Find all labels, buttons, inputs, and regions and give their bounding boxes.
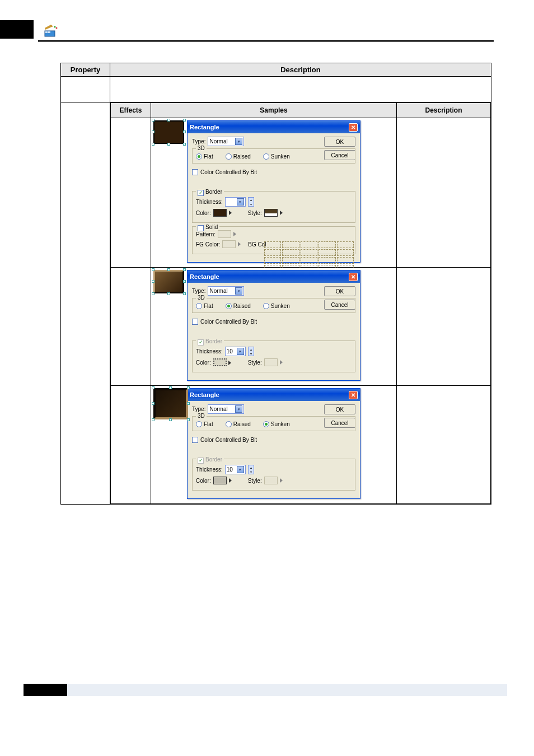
preview-raised — [153, 270, 184, 293]
checkbox-border[interactable] — [198, 190, 204, 196]
effects-cell-2 — [111, 268, 151, 386]
ok-button[interactable]: OK — [324, 137, 355, 147]
sample-cell-3: Rectangle ✕ OK Cancel Type: — [151, 386, 397, 504]
desc-cell-spacer — [110, 77, 491, 102]
radio-sunken[interactable]: Sunken — [263, 303, 290, 309]
chevron-down-icon[interactable]: ▾ — [235, 287, 242, 295]
radio-sunken-label: Sunken — [271, 421, 290, 427]
color-by-bit-label: Color Controlled By Bit — [200, 319, 257, 325]
fgcolor-swatch[interactable] — [222, 240, 236, 248]
fgcolor-label: FG Color: — [196, 241, 220, 248]
style-swatch[interactable] — [264, 477, 278, 484]
type-label: Type: — [192, 288, 205, 294]
type-value: Normal — [209, 138, 235, 144]
preview-sunken — [153, 388, 188, 419]
radio-sunken-label: Sunken — [271, 153, 290, 160]
thickness-label: Thickness: — [196, 466, 223, 473]
sample-cell-2: Rectangle ✕ OK Cancel Type: — [151, 268, 397, 386]
preview-flat — [153, 120, 184, 144]
color-label: Color: — [196, 210, 211, 216]
style-label: Style: — [248, 360, 262, 366]
radio-flat[interactable]: Flat — [196, 153, 213, 160]
side-black-bar — [0, 20, 34, 39]
thickness-label: Thickness: — [196, 348, 223, 354]
footer-gray-bar — [67, 684, 507, 696]
outer-table: Property Description Effects Samples Des… — [60, 63, 491, 505]
checkbox-border — [198, 458, 204, 464]
border-label: Border — [205, 338, 222, 344]
pattern-swatch[interactable] — [218, 230, 231, 238]
type-combo[interactable]: Normal ▾ — [208, 404, 244, 414]
thickness-combo[interactable]: 10 ▾ — [225, 347, 246, 356]
radio-sunken-label: Sunken — [271, 303, 290, 309]
prop-cell — [61, 102, 110, 505]
chevron-down-icon[interactable]: ▾ — [235, 405, 242, 413]
radio-sunken[interactable]: Sunken — [263, 421, 290, 427]
sample-cell-1: Rectangle ✕ OK Cancel Type: — [151, 118, 397, 268]
type-label: Type: — [192, 138, 205, 144]
legend-3d: 3D — [196, 145, 207, 151]
type-value: Normal — [209, 288, 235, 294]
checkbox-color-by-bit[interactable]: Color Controlled By Bit — [192, 169, 257, 175]
legend-border: Border — [196, 455, 224, 464]
thickness-combo[interactable]: 10 ▾ — [225, 465, 246, 474]
col-effects: Effects — [111, 103, 151, 118]
radio-flat[interactable]: Flat — [196, 421, 213, 427]
color-label: Color: — [196, 478, 211, 484]
border-label: Border — [205, 456, 222, 463]
svg-rect-2 — [48, 31, 50, 33]
chevron-down-icon[interactable]: ▾ — [235, 138, 242, 145]
checkbox-color-by-bit[interactable]: Color Controlled By Bit — [192, 437, 257, 443]
checkbox-solid[interactable] — [198, 225, 204, 231]
close-icon[interactable]: ✕ — [349, 123, 358, 132]
checkbox-border — [198, 339, 204, 346]
radio-raised[interactable]: Raised — [226, 153, 251, 160]
dialog-title: Rectangle — [190, 391, 219, 398]
chevron-down-icon[interactable]: ▾ — [237, 348, 244, 355]
thickness-combo[interactable]: ▾ — [225, 197, 246, 207]
style-swatch[interactable] — [264, 209, 278, 217]
color-swatch[interactable] — [213, 477, 227, 484]
type-label: Type: — [192, 406, 205, 412]
desc-cell-2 — [397, 268, 491, 386]
radio-raised[interactable]: Raised — [226, 303, 251, 309]
type-combo[interactable]: Normal ▾ — [208, 286, 244, 296]
radio-sunken[interactable]: Sunken — [263, 153, 290, 160]
checkbox-color-by-bit[interactable]: Color Controlled By Bit — [192, 319, 257, 325]
pattern-label: Pattern: — [196, 231, 216, 237]
color-swatch[interactable] — [213, 209, 227, 217]
color-swatch[interactable] — [213, 358, 227, 366]
close-icon[interactable]: ✕ — [349, 273, 358, 281]
radio-raised[interactable]: Raised — [226, 421, 251, 427]
style-label: Style: — [248, 478, 262, 484]
chevron-down-icon[interactable]: ▾ — [237, 198, 244, 206]
thickness-spinner[interactable]: ▴▾ — [248, 465, 254, 474]
thickness-spinner[interactable]: ▴▾ — [248, 197, 254, 207]
inner-table: Effects Samples Description — [110, 102, 491, 504]
legend-solid: Solid — [196, 223, 219, 231]
footer-black-bar — [24, 684, 67, 696]
type-combo[interactable]: Normal ▾ — [208, 137, 244, 146]
color-label: Color: — [196, 360, 211, 366]
type-value: Normal — [209, 406, 235, 412]
style-swatch[interactable] — [264, 358, 278, 366]
prop-cell-empty — [61, 77, 110, 102]
color-by-bit-label: Color Controlled By Bit — [200, 169, 257, 175]
svg-point-3 — [54, 26, 56, 28]
radio-flat-label: Flat — [204, 153, 213, 160]
color-by-bit-label: Color Controlled By Bit — [200, 437, 257, 443]
ok-button[interactable]: OK — [324, 286, 355, 296]
close-icon[interactable]: ✕ — [349, 391, 358, 399]
effects-cell-1 — [111, 118, 151, 268]
thickness-spinner[interactable]: ▴▾ — [248, 347, 254, 356]
bgcolor-label: BG Col — [248, 241, 266, 248]
dialog-sunken: Rectangle ✕ OK Cancel Type: — [187, 388, 360, 499]
ok-button[interactable]: OK — [324, 404, 355, 414]
chevron-down-icon[interactable]: ▾ — [237, 466, 244, 473]
radio-flat-label: Flat — [204, 303, 213, 309]
radio-raised-label: Raised — [233, 153, 251, 160]
col-samples: Samples — [151, 103, 397, 118]
radio-flat-label: Flat — [204, 421, 213, 427]
radio-flat[interactable]: Flat — [196, 303, 213, 309]
solid-label: Solid — [205, 224, 218, 230]
